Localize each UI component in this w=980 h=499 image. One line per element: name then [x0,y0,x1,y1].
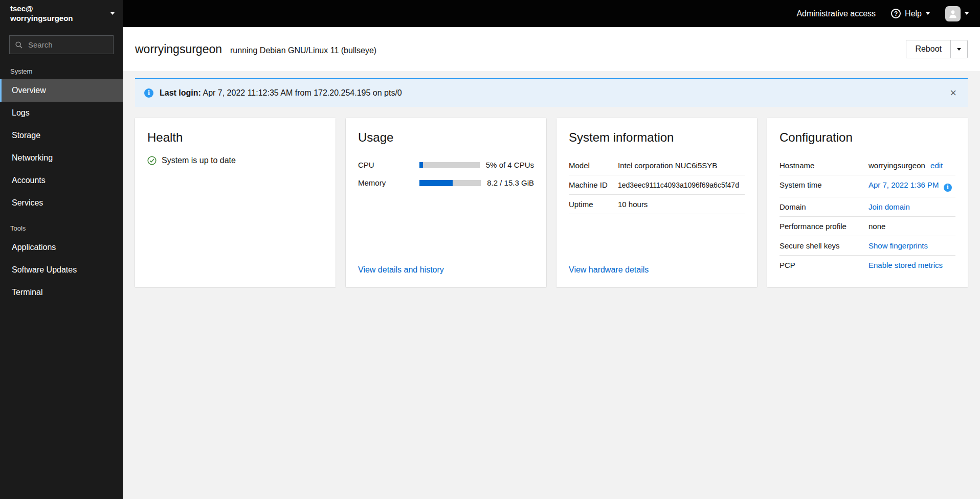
hardware-details-link[interactable]: View hardware details [569,265,649,275]
reboot-button[interactable]: Reboot [906,40,950,58]
help-label: Help [905,9,922,18]
host-switcher-label: tsec@ worryingsurgeon [10,4,73,24]
health-title: Health [147,130,323,145]
sidebar-search [9,35,114,54]
last-login-alert: i Last login: Apr 7, 2022 11:12:35 AM fr… [135,78,968,107]
session-menu[interactable] [945,6,969,21]
overview-content: i Last login: Apr 7, 2022 11:12:35 AM fr… [123,71,980,499]
chevron-down-icon [957,48,961,51]
system-time-link[interactable]: Apr 7, 2022 1:36 PM [868,180,939,189]
avatar [945,6,961,21]
memory-value: 8.2 / 15.3 GiB [487,178,534,187]
performance-profile-label: Performance profile [779,222,865,231]
sidebar-item-software-updates[interactable]: Software Updates [0,259,123,281]
performance-profile-row: Performance profile none [779,217,955,236]
main-column: Administrative access ? Help worryingsu [123,0,980,499]
sidebar-nav: System Overview Logs Storage Networking … [0,57,123,304]
search-input[interactable] [9,35,114,54]
health-status-text: System is up to date [162,156,236,165]
topbar: Administrative access ? Help [123,0,980,27]
page-header: worryingsurgeon running Debian GNU/Linux… [123,27,980,71]
username-text: tsec@ [10,4,73,14]
check-circle-icon [147,156,157,165]
page-hostname: worryingsurgeon [135,42,222,56]
reboot-dropdown-toggle[interactable] [950,40,967,58]
cpu-progress-bar [419,162,480,168]
sidebar-item-services[interactable]: Services [0,192,123,214]
nav-section-tools-label: Tools [0,214,123,236]
last-login-message: Apr 7, 2022 11:12:35 AM from 172.20.254.… [203,88,402,97]
hostname-label: Hostname [779,161,865,170]
hostname-value: worryingsurgeon [868,161,925,170]
system-time-label: System time [779,180,865,189]
card-configuration: Configuration Hostname worryingsurgeon e… [767,118,968,287]
hostname-row: Hostname worryingsurgeon edit [779,156,955,175]
sidebar: tsec@ worryingsurgeon System Overview Lo… [0,0,123,499]
nav-section-system-label: System [0,57,123,79]
performance-profile-value: none [868,222,955,231]
sidebar-item-accounts[interactable]: Accounts [0,169,123,192]
hostname-edit-link[interactable]: edit [930,161,943,170]
hostname-value-cell: worryingsurgeon edit [868,161,955,170]
sidebar-item-storage[interactable]: Storage [0,124,123,147]
cpu-progress-fill [419,162,423,168]
ssh-keys-label: Secure shell keys [779,241,865,250]
memory-label: Memory [358,178,413,187]
usage-details-link[interactable]: View details and history [358,265,444,275]
memory-progress-fill [419,180,453,186]
join-domain-link[interactable]: Join domain [868,202,955,211]
sidebar-item-applications[interactable]: Applications [0,236,123,259]
host-switcher[interactable]: tsec@ worryingsurgeon [0,0,123,27]
uptime-value: 10 hours [618,200,745,209]
app-root: tsec@ worryingsurgeon System Overview Lo… [0,0,980,499]
last-login-label: Last login: [160,88,201,97]
machine-id-row: Machine ID 1ed3eec9111c4093a1096f69a6c5f… [569,175,745,195]
cpu-usage-row: CPU 5% of 4 CPUs [358,156,534,174]
page-os-subtitle: running Debian GNU/Linux 11 (bullseye) [230,46,376,55]
show-fingerprints-link[interactable]: Show fingerprints [868,241,955,250]
chevron-down-icon [965,12,969,15]
nav-section-tools: Tools Applications Software Updates Term… [0,214,123,304]
domain-label: Domain [779,202,865,211]
sidebar-item-networking[interactable]: Networking [0,147,123,169]
sidebar-item-overview[interactable]: Overview [0,79,123,102]
chevron-down-icon [926,12,930,15]
domain-row: Domain Join domain [779,197,955,217]
pcp-row: PCP Enable stored metrics [779,256,955,275]
question-circle-icon: ? [891,9,901,18]
pcp-label: PCP [779,261,865,269]
card-usage: Usage CPU 5% of 4 CPUs Memory 8.2 / 1 [346,118,546,287]
last-login-text: Last login: Apr 7, 2022 11:12:35 AM from… [160,88,402,98]
uptime-label: Uptime [569,200,615,209]
info-icon: i [144,88,153,98]
sidebar-item-terminal[interactable]: Terminal [0,281,123,304]
configuration-title: Configuration [779,130,955,145]
help-menu[interactable]: ? Help [891,9,930,18]
reboot-split-button: Reboot [906,40,968,58]
close-icon[interactable]: × [948,87,959,99]
system-time-cell: Apr 7, 2022 1:36 PM i [868,180,955,192]
machine-id-value: 1ed3eec9111c4093a1096f69a6c5f47d [618,181,745,189]
sidebar-item-logs[interactable]: Logs [0,102,123,124]
cpu-label: CPU [358,161,413,169]
ssh-keys-row: Secure shell keys Show fingerprints [779,236,955,256]
page-title: worryingsurgeon running Debian GNU/Linux… [135,42,376,56]
system-time-row: System time Apr 7, 2022 1:36 PM i [779,175,955,197]
enable-stored-metrics-link[interactable]: Enable stored metrics [868,261,955,269]
machine-id-label: Machine ID [569,180,615,189]
search-icon [15,41,23,49]
administrative-access-button[interactable]: Administrative access [796,9,876,18]
hostname-text: worryingsurgeon [10,14,73,24]
administrative-access-label: Administrative access [796,9,876,18]
memory-usage-row: Memory 8.2 / 15.3 GiB [358,174,534,192]
nav-section-system: System Overview Logs Storage Networking … [0,57,123,214]
model-label: Model [569,161,615,170]
model-value: Intel corporation NUC6i5SYB [618,161,745,170]
uptime-row: Uptime 10 hours [569,195,745,214]
cpu-value: 5% of 4 CPUs [486,161,534,169]
info-icon[interactable]: i [944,184,952,192]
card-system-information: System information Model Intel corporati… [556,118,757,287]
memory-progress-bar [419,180,481,186]
model-row: Model Intel corporation NUC6i5SYB [569,156,745,175]
health-status-row: System is up to date [147,156,323,165]
